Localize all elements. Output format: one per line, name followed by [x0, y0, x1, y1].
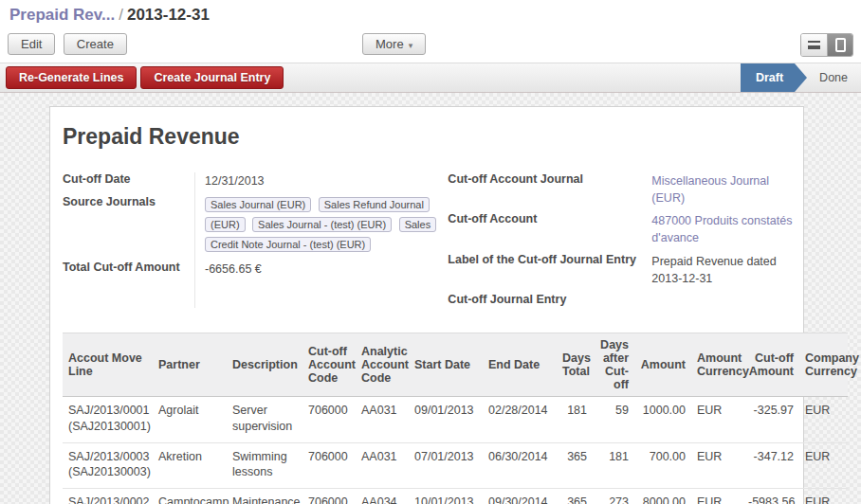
table-cell[interactable]: EUR — [691, 442, 742, 489]
list-view-button[interactable] — [801, 34, 827, 56]
table-cell[interactable]: SAJ/2013/0003 (SAJ20130003) — [63, 442, 153, 489]
table-cell[interactable]: -325.97 — [742, 396, 799, 442]
form-icon — [835, 38, 846, 52]
field-groups: Cut-off Date12/31/2013Source JournalsSal… — [63, 171, 803, 310]
column-header[interactable]: Analytic Account Code — [356, 333, 409, 396]
edit-button[interactable]: Edit — [8, 33, 55, 55]
column-header[interactable]: Amount Currency — [691, 333, 742, 396]
journal-tag: Sales Journal (EUR) — [205, 197, 311, 212]
column-header[interactable]: Accout Move Line — [63, 333, 153, 396]
table-cell[interactable]: AA031 — [356, 396, 409, 442]
table-cell[interactable]: Maintenance contract — [227, 489, 302, 504]
field-row: Total Cut-off Amount-6656.65 € — [63, 259, 430, 278]
column-header[interactable]: Company Currency — [799, 333, 848, 396]
table-cell[interactable]: EUR — [691, 489, 742, 504]
table-row[interactable]: SAJ/2013/0001 (SAJ20130001)AgrolaitServe… — [63, 396, 848, 442]
table-cell[interactable]: 273 — [593, 489, 634, 504]
table-cell[interactable]: 700.00 — [634, 442, 691, 489]
field-value — [642, 291, 803, 306]
field-row: Cut-off Account487000 Produits constatés… — [448, 210, 803, 246]
field-value-link[interactable]: Miscellaneous Journal (EUR) — [642, 171, 803, 207]
breadcrumb-current: 2013-12-31 — [127, 6, 210, 24]
field-label: Cut-off Account — [448, 210, 642, 246]
more-button[interactable]: More▾ — [362, 33, 426, 55]
field-group-right: Cut-off Account JournalMiscellaneous Jou… — [448, 171, 803, 310]
table-cell[interactable]: EUR — [799, 396, 848, 442]
column-header[interactable]: Cut-off Amount — [742, 333, 799, 396]
more-button-label: More — [376, 37, 404, 51]
table-cell[interactable]: SAJ/2013/0002 (SAJ20130002) — [63, 489, 153, 504]
field-label: Source Journals — [63, 193, 195, 255]
table-cell[interactable]: Camptocamp — [153, 489, 227, 504]
create-button[interactable]: Create — [64, 33, 127, 55]
list-icon — [808, 41, 820, 49]
field-label: Cut-off Account Journal — [448, 171, 642, 207]
table-cell[interactable]: SAJ/2013/0001 (SAJ20130001) — [63, 396, 153, 442]
breadcrumb: Prepaid Rev.../2013-12-31 — [0, 0, 861, 28]
field-row: Source JournalsSales Journal (EUR) Sales… — [63, 193, 430, 255]
table-cell[interactable]: 1000.00 — [634, 396, 691, 442]
field-value: -6656.65 € — [195, 259, 430, 278]
field-value: 12/31/2013 — [195, 171, 430, 189]
regenerate-lines-button[interactable]: Re-Generate Lines — [6, 66, 137, 89]
table-cell[interactable]: Swimming lessons — [227, 442, 302, 489]
field-label: Total Cut-off Amount — [63, 259, 195, 278]
table-cell[interactable]: 09/01/2013 — [409, 396, 483, 442]
table-cell[interactable]: AA034 — [356, 489, 409, 504]
page-title: Prepaid Revenue — [63, 124, 803, 150]
breadcrumb-separator: / — [115, 6, 127, 24]
field-value: Prepaid Revenue dated 2013-12-31 — [642, 251, 803, 287]
table-cell[interactable]: -5983.56 — [742, 489, 799, 504]
table-cell[interactable]: 10/01/2013 — [409, 489, 483, 504]
column-header[interactable]: Description — [227, 333, 302, 396]
table-cell[interactable]: EUR — [799, 442, 848, 489]
table-cell[interactable]: 706000 — [302, 442, 356, 489]
column-header[interactable]: Start Date — [409, 333, 483, 396]
table-cell[interactable]: -347.12 — [742, 442, 799, 489]
column-header[interactable]: Partner — [153, 333, 227, 396]
action-bar: Re-Generate Lines Create Journal Entry D… — [0, 63, 861, 93]
field-label: Label of the Cut-off Journal Entry — [448, 251, 642, 287]
table-header-row: Accout Move LinePartnerDescriptionCut-of… — [63, 333, 848, 396]
form-sheet: Prepaid Revenue Cut-off Date12/31/2013So… — [49, 106, 804, 504]
create-journal-entry-button[interactable]: Create Journal Entry — [140, 66, 284, 89]
table-cell[interactable]: 365 — [557, 489, 593, 504]
table-cell[interactable]: Akretion — [153, 442, 227, 489]
table-cell[interactable]: 09/30/2014 — [483, 489, 557, 504]
table-cell[interactable]: 07/01/2013 — [409, 442, 483, 489]
main-content: Prepaid Revenue Cut-off Date12/31/2013So… — [0, 93, 861, 504]
field-row: Label of the Cut-off Journal EntryPrepai… — [448, 251, 803, 287]
breadcrumb-parent-link[interactable]: Prepaid Rev... — [9, 6, 115, 24]
column-header[interactable]: Amount — [634, 333, 691, 396]
cutoff-lines-table: Accout Move LinePartnerDescriptionCut-of… — [63, 333, 848, 504]
table-cell[interactable]: 59 — [593, 396, 634, 442]
table-row[interactable]: SAJ/2013/0003 (SAJ20130003)AkretionSwimm… — [63, 442, 848, 489]
table-cell[interactable]: Server supervision — [227, 396, 302, 442]
table-cell[interactable]: 06/30/2014 — [483, 442, 557, 489]
table-cell[interactable]: AA031 — [356, 442, 409, 489]
table-row[interactable]: SAJ/2013/0002 (SAJ20130002)CamptocampMai… — [63, 489, 848, 504]
table-cell[interactable]: 365 — [557, 442, 593, 489]
column-header[interactable]: Days after Cut-off — [593, 333, 634, 396]
field-label: Cut-off Journal Entry — [448, 291, 642, 306]
table-cell[interactable]: 02/28/2014 — [483, 396, 557, 442]
table-cell[interactable]: 706000 — [302, 489, 356, 504]
table-cell[interactable]: 706000 — [302, 396, 356, 442]
column-header[interactable]: End Date — [483, 333, 557, 396]
field-group-left: Cut-off Date12/31/2013Source JournalsSal… — [63, 171, 430, 310]
column-header[interactable]: Cut-off Account Code — [302, 333, 356, 396]
field-value-link[interactable]: 487000 Produits constatés d'avance — [642, 210, 803, 246]
statusbar: Draft Done — [741, 63, 861, 92]
form-view-button[interactable] — [827, 34, 852, 56]
table-cell[interactable]: 181 — [593, 442, 634, 489]
status-step-draft[interactable]: Draft — [741, 63, 795, 92]
chevron-down-icon: ▾ — [409, 41, 413, 50]
column-header[interactable]: Days Total — [557, 333, 593, 396]
table-cell[interactable]: EUR — [799, 489, 848, 504]
field-label: Cut-off Date — [63, 171, 195, 189]
field-row: Cut-off Journal Entry — [448, 291, 803, 306]
table-cell[interactable]: 181 — [557, 396, 593, 442]
table-cell[interactable]: 8000.00 — [634, 489, 691, 504]
table-cell[interactable]: Agrolait — [153, 396, 227, 442]
table-cell[interactable]: EUR — [691, 396, 742, 442]
